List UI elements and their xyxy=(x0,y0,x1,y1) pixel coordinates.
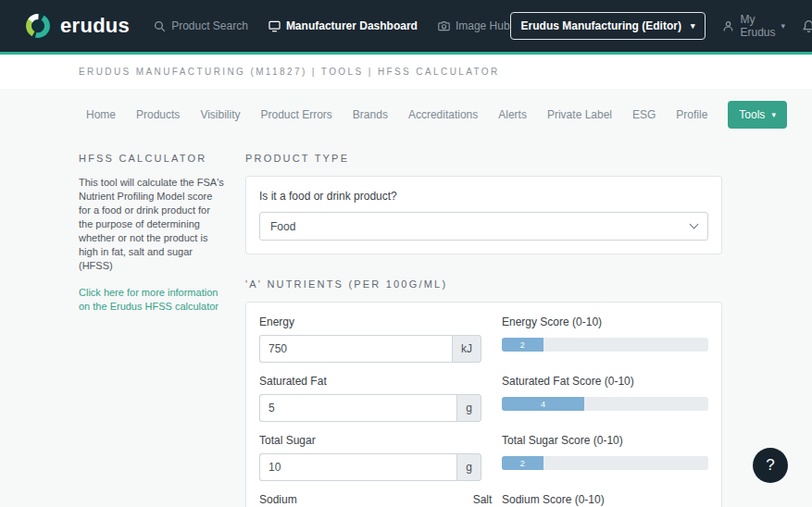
brand-wordmark: erudus xyxy=(60,14,130,38)
notifications-bell[interactable] xyxy=(802,19,812,33)
hfss-info-link[interactable]: Click here for more information on the E… xyxy=(79,286,225,314)
breadcrumb: ERUDUS MANUFACTURING (M11827) | TOOLS | … xyxy=(0,55,812,89)
tools-label: Tools xyxy=(739,108,765,121)
total-sugar-unit: g xyxy=(456,453,481,481)
saturated-fat-input[interactable] xyxy=(259,394,456,422)
tab-visibility[interactable]: Visibility xyxy=(200,108,240,121)
energy-score-bar: 2 xyxy=(502,338,708,352)
total-sugar-row: Total Sugar g Total Sugar Score (0-10) 2 xyxy=(259,434,708,481)
total-sugar-input[interactable] xyxy=(259,453,456,481)
nav-image-hub-label: Image Hub xyxy=(456,19,510,32)
tab-accreditations[interactable]: Accreditations xyxy=(408,108,478,121)
dashboard-icon xyxy=(269,20,281,32)
energy-score: Energy Score (0-10) 2 xyxy=(502,315,708,363)
top-navbar: erudus Product Search Manufacturer Dashb… xyxy=(0,0,812,55)
bell-icon xyxy=(802,19,812,33)
saturated-fat-row: Saturated Fat g Saturated Fat Score (0-1… xyxy=(259,375,708,422)
sodium-label: Sodium xyxy=(259,493,455,506)
tab-tools-dropdown[interactable]: Tools ▾ xyxy=(728,101,787,129)
total-sugar-score: Total Sugar Score (0-10) 2 xyxy=(502,434,708,481)
total-sugar-score-label: Total Sugar Score (0-10) xyxy=(502,434,708,447)
org-selector-label: Erudus Manufacturing (Editor) xyxy=(521,19,681,32)
my-erudus-label: My Erudus xyxy=(740,13,775,39)
tab-profile[interactable]: Profile xyxy=(676,108,707,121)
a-nutrients-heading: 'A' NUTRIENTS (PER 100G/ML) xyxy=(245,278,722,290)
chevron-down-icon: ▾ xyxy=(691,22,695,31)
tab-esg[interactable]: ESG xyxy=(632,108,656,121)
energy-row: Energy kJ Energy Score (0-10) 2 xyxy=(259,315,708,363)
chevron-down-icon: ▾ xyxy=(781,22,785,31)
energy-field: Energy kJ xyxy=(259,315,481,363)
energy-input[interactable] xyxy=(259,335,452,363)
energy-score-value: 2 xyxy=(520,340,525,350)
total-sugar-score-value: 2 xyxy=(520,459,525,468)
chevron-down-icon xyxy=(690,220,699,229)
user-icon xyxy=(722,20,734,32)
energy-label: Energy xyxy=(259,315,481,328)
main-layout: HFSS CALCULATOR This tool will calculate… xyxy=(0,138,812,507)
tab-home[interactable]: Home xyxy=(86,108,116,121)
saturated-fat-score-value: 4 xyxy=(541,400,545,409)
a-nutrients-card: Energy kJ Energy Score (0-10) 2 xyxy=(245,302,722,507)
camera-icon xyxy=(438,20,450,32)
saturated-fat-unit: g xyxy=(456,394,481,422)
product-type-card: Is it a food or drink product? Food xyxy=(245,176,722,254)
sodium-field: Sodium mg If the Sodium value is not kno… xyxy=(259,493,455,507)
chevron-down-icon: ▾ xyxy=(771,111,776,119)
my-erudus-menu[interactable]: My Erudus ▾ xyxy=(722,13,785,39)
navbar-right: Erudus Manufacturing (Editor) ▾ My Erudu… xyxy=(510,12,812,40)
tab-alerts[interactable]: Alerts xyxy=(498,108,527,121)
energy-score-label: Energy Score (0-10) xyxy=(502,315,708,328)
saturated-fat-label: Saturated Fat xyxy=(259,375,481,388)
sidebar-description: This tool will calculate the FSA's Nutri… xyxy=(79,176,225,273)
product-type-question: Is it a food or drink product? xyxy=(259,190,708,203)
tab-brands[interactable]: Brands xyxy=(353,108,388,121)
saturated-fat-score-label: Saturated Fat Score (0-10) xyxy=(502,375,708,388)
tab-product-errors[interactable]: Product Errors xyxy=(261,108,332,121)
sodium-score: Sodium Score (0-10) 1 xyxy=(502,493,708,507)
tab-private-label[interactable]: Private Label xyxy=(547,108,612,121)
floating-help-question-mark: ? xyxy=(766,456,774,475)
dashboard-tabs: Home Products Visibility Product Errors … xyxy=(0,89,812,138)
org-selector-dropdown[interactable]: Erudus Manufacturing (Editor) ▾ xyxy=(510,12,706,40)
nav-product-search-label: Product Search xyxy=(171,19,248,32)
nav-image-hub[interactable]: Image Hub xyxy=(438,19,510,32)
sidebar-title: HFSS CALCULATOR xyxy=(79,153,225,164)
search-icon xyxy=(154,20,166,32)
saturated-fat-field: Saturated Fat g xyxy=(259,375,481,422)
total-sugar-label: Total Sugar xyxy=(259,434,481,447)
sodium-salt-fields: Sodium mg If the Sodium value is not kno… xyxy=(259,493,481,507)
floating-help-button[interactable]: ? xyxy=(753,448,788,483)
tab-products[interactable]: Products xyxy=(136,108,180,121)
energy-unit: kJ xyxy=(452,335,481,363)
total-sugar-score-bar: 2 xyxy=(502,456,708,470)
hfss-sidebar: HFSS CALCULATOR This tool will calculate… xyxy=(79,147,225,507)
saturated-fat-score: Saturated Fat Score (0-10) 4 xyxy=(502,375,708,422)
product-type-selected-value: Food xyxy=(270,220,295,233)
sodium-score-label: Sodium Score (0-10) xyxy=(502,493,708,506)
hfss-main: PRODUCT TYPE Is it a food or drink produ… xyxy=(245,147,722,507)
nav-product-search[interactable]: Product Search xyxy=(154,19,248,32)
product-type-select[interactable]: Food xyxy=(259,212,708,241)
sodium-salt-row: Sodium mg If the Sodium value is not kno… xyxy=(259,493,708,507)
erudus-logo-icon xyxy=(24,12,52,40)
saturated-fat-score-bar: 4 xyxy=(502,397,708,411)
product-type-heading: PRODUCT TYPE xyxy=(245,153,722,164)
primary-nav: Product Search Manufacturer Dashboard Im… xyxy=(154,19,509,32)
nav-manufacturer-dashboard-label: Manufacturer Dashboard xyxy=(286,19,418,32)
total-sugar-field: Total Sugar g xyxy=(259,434,481,481)
nav-manufacturer-dashboard[interactable]: Manufacturer Dashboard xyxy=(269,19,418,32)
erudus-logo[interactable]: erudus xyxy=(24,12,130,40)
